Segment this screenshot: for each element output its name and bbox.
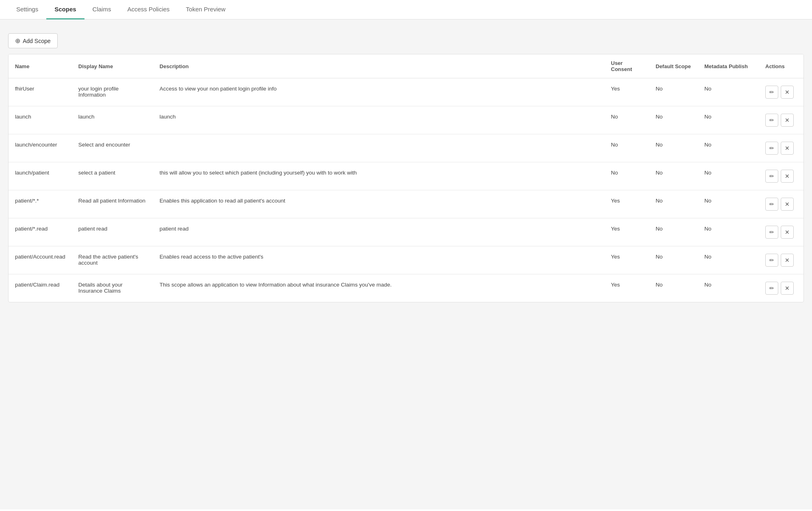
- tab-token-preview[interactable]: Token Preview: [178, 0, 234, 19]
- cell-default-scope-3: No: [649, 162, 698, 190]
- table-row: patient/*.read patient read patient read…: [9, 218, 803, 246]
- cell-default-scope-5: No: [649, 218, 698, 246]
- cell-actions-1: ✏ ✕: [759, 106, 803, 134]
- col-header-metadata-publish: Metadata Publish: [698, 54, 759, 78]
- cell-user-consent-7: Yes: [604, 274, 649, 302]
- edit-icon-2: ✏: [769, 145, 774, 151]
- table-row: patient/Account.read Read the active pat…: [9, 246, 803, 274]
- add-scope-button[interactable]: ⊕ Add Scope: [8, 33, 58, 48]
- action-buttons-2: ✏ ✕: [765, 142, 797, 155]
- table-body: fhirUser your login profile Information …: [9, 78, 803, 302]
- cell-default-scope-6: No: [649, 246, 698, 274]
- cell-name-1: launch: [9, 106, 72, 134]
- cell-actions-5: ✏ ✕: [759, 218, 803, 246]
- close-icon-3: ✕: [785, 173, 790, 179]
- cell-description-1: launch: [153, 106, 604, 134]
- scopes-table: Name Display Name Description User Conse…: [9, 54, 803, 302]
- edit-button-1[interactable]: ✏: [765, 114, 778, 127]
- col-header-name: Name: [9, 54, 72, 78]
- col-header-display-name: Display Name: [72, 54, 153, 78]
- cell-actions-4: ✏ ✕: [759, 190, 803, 218]
- edit-button-6[interactable]: ✏: [765, 254, 778, 267]
- edit-button-2[interactable]: ✏: [765, 142, 778, 155]
- col-header-description: Description: [153, 54, 604, 78]
- cell-default-scope-7: No: [649, 274, 698, 302]
- close-icon-0: ✕: [785, 89, 790, 95]
- cell-display-name-2: Select and encounter: [72, 134, 153, 162]
- tab-scopes[interactable]: Scopes: [46, 0, 84, 19]
- delete-button-2[interactable]: ✕: [781, 142, 794, 155]
- cell-name-2: launch/encounter: [9, 134, 72, 162]
- tabs-nav: Settings Scopes Claims Access Policies T…: [0, 0, 812, 19]
- cell-name-0: fhirUser: [9, 78, 72, 106]
- cell-metadata-publish-5: No: [698, 218, 759, 246]
- tab-settings[interactable]: Settings: [8, 0, 46, 19]
- edit-button-5[interactable]: ✏: [765, 226, 778, 239]
- delete-button-5[interactable]: ✕: [781, 226, 794, 239]
- col-header-default-scope: Default Scope: [649, 54, 698, 78]
- cell-description-7: This scope allows an application to view…: [153, 274, 604, 302]
- cell-user-consent-5: Yes: [604, 218, 649, 246]
- delete-button-1[interactable]: ✕: [781, 114, 794, 127]
- cell-metadata-publish-4: No: [698, 190, 759, 218]
- edit-icon-7: ✏: [769, 285, 774, 291]
- table-row: fhirUser your login profile Information …: [9, 78, 803, 106]
- table-row: launch/encounter Select and encounter No…: [9, 134, 803, 162]
- cell-actions-6: ✏ ✕: [759, 246, 803, 274]
- delete-button-3[interactable]: ✕: [781, 170, 794, 183]
- cell-actions-0: ✏ ✕: [759, 78, 803, 106]
- cell-user-consent-3: No: [604, 162, 649, 190]
- cell-description-4: Enables this application to read all pat…: [153, 190, 604, 218]
- delete-button-7[interactable]: ✕: [781, 282, 794, 295]
- cell-actions-3: ✏ ✕: [759, 162, 803, 190]
- cell-name-4: patient/*.*: [9, 190, 72, 218]
- action-buttons-6: ✏ ✕: [765, 254, 797, 267]
- edit-button-3[interactable]: ✏: [765, 170, 778, 183]
- edit-button-4[interactable]: ✏: [765, 198, 778, 211]
- edit-button-7[interactable]: ✏: [765, 282, 778, 295]
- table-row: launch/patient select a patient this wil…: [9, 162, 803, 190]
- cell-description-2: [153, 134, 604, 162]
- content-area: ⊕ Add Scope Name Display Name Descriptio…: [0, 19, 812, 509]
- cell-display-name-4: Read all patient Information: [72, 190, 153, 218]
- edit-icon-1: ✏: [769, 117, 774, 123]
- close-icon-5: ✕: [785, 229, 790, 235]
- action-buttons-1: ✏ ✕: [765, 114, 797, 127]
- edit-button-0[interactable]: ✏: [765, 86, 778, 99]
- cell-display-name-1: launch: [72, 106, 153, 134]
- cell-default-scope-1: No: [649, 106, 698, 134]
- cell-display-name-0: your login profile Information: [72, 78, 153, 106]
- cell-name-5: patient/*.read: [9, 218, 72, 246]
- close-icon-7: ✕: [785, 285, 790, 291]
- delete-button-0[interactable]: ✕: [781, 86, 794, 99]
- cell-display-name-3: select a patient: [72, 162, 153, 190]
- delete-button-6[interactable]: ✕: [781, 254, 794, 267]
- cell-user-consent-0: Yes: [604, 78, 649, 106]
- edit-icon-0: ✏: [769, 89, 774, 95]
- cell-actions-2: ✏ ✕: [759, 134, 803, 162]
- cell-user-consent-2: No: [604, 134, 649, 162]
- cell-description-3: this will allow you to select which pati…: [153, 162, 604, 190]
- cell-name-6: patient/Account.read: [9, 246, 72, 274]
- tab-claims[interactable]: Claims: [84, 0, 119, 19]
- cell-display-name-7: Details about your Insurance Claims: [72, 274, 153, 302]
- tab-access-policies[interactable]: Access Policies: [119, 0, 178, 19]
- table-row: patient/*.* Read all patient Information…: [9, 190, 803, 218]
- close-icon-2: ✕: [785, 145, 790, 151]
- delete-button-4[interactable]: ✕: [781, 198, 794, 211]
- cell-description-5: patient read: [153, 218, 604, 246]
- close-icon-1: ✕: [785, 117, 790, 123]
- cell-metadata-publish-3: No: [698, 162, 759, 190]
- cell-default-scope-4: No: [649, 190, 698, 218]
- action-buttons-3: ✏ ✕: [765, 170, 797, 183]
- cell-user-consent-1: No: [604, 106, 649, 134]
- table-row: launch launch launch No No No ✏ ✕: [9, 106, 803, 134]
- edit-icon-6: ✏: [769, 257, 774, 263]
- close-icon-6: ✕: [785, 257, 790, 263]
- edit-icon-5: ✏: [769, 229, 774, 235]
- toolbar: ⊕ Add Scope: [8, 28, 804, 54]
- table-header-row: Name Display Name Description User Conse…: [9, 54, 803, 78]
- cell-metadata-publish-7: No: [698, 274, 759, 302]
- cell-default-scope-2: No: [649, 134, 698, 162]
- scopes-table-container: Name Display Name Description User Conse…: [8, 54, 804, 302]
